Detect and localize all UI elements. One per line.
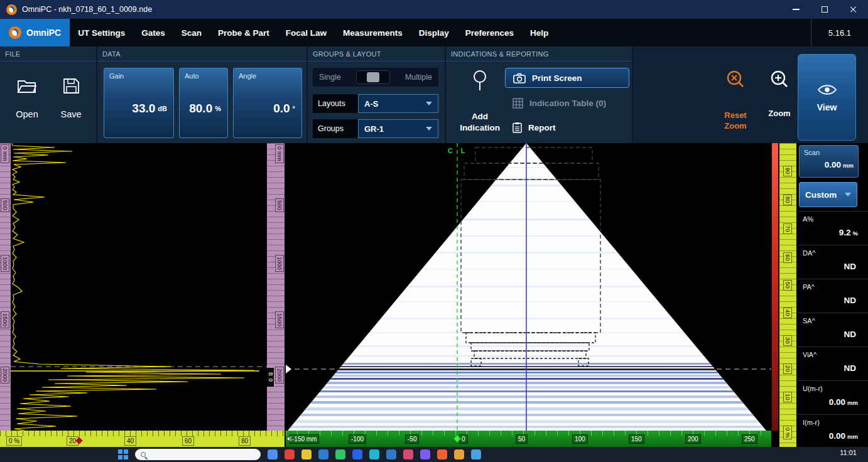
- menu-item-scan[interactable]: Scan: [173, 19, 210, 46]
- taskbar-app-icon[interactable]: [352, 449, 362, 459]
- index-label: 200: [685, 434, 701, 444]
- menu-item-measurements[interactable]: Measurements: [335, 19, 411, 46]
- reading-row-sa[interactable]: SA^ ND: [798, 313, 868, 346]
- add-indication-label: Add Indication: [455, 111, 505, 134]
- toolbar-section-file: FILE Open Save: [0, 46, 97, 143]
- reset-zoom-button[interactable]: Reset Zoom: [713, 69, 757, 132]
- reading-row-via[interactable]: ViA^ ND: [798, 346, 868, 380]
- menu-item-focal-law[interactable]: Focal Law: [278, 19, 335, 46]
- zoom-button[interactable]: Zoom: [760, 69, 799, 118]
- layouts-row: Layouts A-S: [313, 94, 438, 113]
- reading-row-pa[interactable]: PA^ ND: [798, 279, 868, 313]
- layouts-value: A-S: [364, 99, 378, 109]
- taskbar-app-icon[interactable]: [386, 449, 396, 459]
- readings-preset-dropdown[interactable]: Custom: [799, 182, 857, 207]
- taskbar-search-box[interactable]: [135, 449, 261, 460]
- gate-b-badge[interactable]: B 0: [267, 368, 274, 387]
- indication-table-button[interactable]: Indication Table (0): [513, 98, 606, 109]
- reading-row-i-m-r[interactable]: I(m-r) 0.00mm: [798, 414, 868, 447]
- reading-label: I(m-r): [803, 419, 820, 426]
- reading-row-u-m-r[interactable]: U(m-r) 0.00mm: [798, 380, 868, 414]
- gate-edge-marker[interactable]: [286, 365, 291, 373]
- print-screen-button[interactable]: Print Screen: [505, 68, 629, 88]
- maximize-button[interactable]: [810, 0, 839, 19]
- ascan-amplitude-scale: 0 % 20 40 60 80: [0, 431, 285, 447]
- reading-unit: %: [853, 230, 858, 237]
- open-label: Open: [16, 109, 38, 119]
- table-grid-icon: [513, 98, 523, 109]
- reading-label: DA^: [803, 249, 815, 257]
- report-clipboard-icon: [513, 122, 522, 133]
- single-multiple-toggle-row: Single Multiple: [313, 68, 438, 87]
- taskbar-app-icon[interactable]: [335, 449, 345, 459]
- percent-label: 30: [783, 335, 792, 346]
- amplitude-colorbar: [772, 143, 778, 431]
- auto-tile[interactable]: Auto 80.0 %: [179, 68, 228, 138]
- taskbar-app-icon[interactable]: [369, 449, 379, 459]
- reading-row-a-percent[interactable]: A% 9.2%: [798, 211, 868, 245]
- depth-label: 1500: [275, 311, 284, 328]
- taskbar-app-icon[interactable]: [285, 449, 295, 459]
- menu-item-gates[interactable]: Gates: [133, 19, 173, 46]
- ascan-view[interactable]: [11, 143, 267, 431]
- menu-item-probe-part[interactable]: Probe & Part: [210, 19, 278, 46]
- angle-value-row: 0.0 °: [234, 80, 301, 137]
- taskbar-app-icon[interactable]: [454, 449, 464, 459]
- menu-item-ut-settings[interactable]: UT Settings: [70, 19, 133, 46]
- menu-item-preferences[interactable]: Preferences: [457, 19, 522, 46]
- add-indication-button[interactable]: Add Indication: [455, 69, 505, 134]
- percent-label: 50: [783, 280, 792, 291]
- print-screen-label: Print Screen: [532, 73, 582, 83]
- percent-label: 80: [783, 195, 792, 205]
- close-button[interactable]: [839, 0, 868, 19]
- scan-value: 0.00: [825, 160, 841, 169]
- gain-tile[interactable]: Gain 33.0 dB: [104, 68, 174, 138]
- taskbar-app-icon[interactable]: [318, 449, 328, 459]
- layouts-dropdown[interactable]: A-S: [358, 94, 438, 113]
- taskbar-app-icon[interactable]: [437, 449, 447, 459]
- groups-label: Groups: [313, 119, 358, 138]
- toolbar-section-view: Reset Zoom Zoom View: [633, 46, 868, 143]
- preset-value: Custom: [805, 190, 837, 200]
- depth-label: 1000: [275, 255, 284, 272]
- main-display-area: 0 mm 500 1000 1500 2000 0 mm 500 1000 15…: [0, 143, 868, 447]
- multiple-label: Multiple: [405, 73, 432, 82]
- ruler-ticks: [0, 431, 285, 436]
- menubar: OmniPC UT Settings Gates Scan Probe & Pa…: [0, 19, 868, 46]
- groups-value: GR-1: [364, 124, 384, 134]
- taskbar-app-icon[interactable]: [403, 449, 413, 459]
- sscan-view[interactable]: C L: [286, 143, 771, 431]
- save-button[interactable]: Save: [52, 78, 90, 119]
- taskbar-clock[interactable]: 11:01: [840, 449, 868, 456]
- minimize-button[interactable]: [781, 0, 810, 19]
- ascan-depth-ruler-left: 0 mm 500 1000 1500 2000: [0, 143, 11, 431]
- taskbar-app-icon[interactable]: [420, 449, 430, 459]
- reading-value: ND: [844, 363, 857, 373]
- auto-value: 80.0: [189, 102, 212, 115]
- taskbar-app-icon[interactable]: [301, 449, 312, 459]
- layout-mode-toggle[interactable]: [356, 70, 390, 84]
- amp-label: 0 %: [6, 436, 22, 446]
- reset-zoom-line1: Reset: [713, 110, 757, 121]
- reading-value: 9.2: [839, 228, 851, 237]
- maximize-icon: [822, 6, 828, 13]
- report-button[interactable]: Report: [513, 122, 556, 133]
- open-button[interactable]: Open: [8, 78, 46, 119]
- view-button[interactable]: View: [798, 54, 856, 141]
- taskbar-app-icon[interactable]: [471, 449, 481, 459]
- auto-unit: %: [215, 105, 221, 112]
- scan-position-tile[interactable]: Scan 0.00 mm: [799, 145, 859, 178]
- angle-tile[interactable]: Angle 0.0 °: [233, 68, 302, 138]
- toolbar: FILE Open Save DATA Ga: [0, 46, 868, 143]
- taskbar-app-icon[interactable]: [268, 449, 278, 459]
- groups-dropdown[interactable]: GR-1: [358, 119, 438, 138]
- menu-item-display[interactable]: Display: [411, 19, 457, 46]
- toolbar-section-indications: INDICATIONS & REPORTING Add Indication P…: [446, 46, 633, 143]
- menu-tab-omnipc[interactable]: OmniPC: [0, 19, 70, 46]
- window-title: OmniPC - nkh_0718_60_1_0009.nde: [22, 5, 152, 14]
- amp-label: 40: [124, 436, 136, 446]
- groups-row: Groups GR-1: [313, 119, 438, 138]
- start-button[interactable]: [118, 449, 128, 459]
- reading-row-da[interactable]: DA^ ND: [798, 245, 868, 279]
- menu-item-help[interactable]: Help: [522, 19, 556, 46]
